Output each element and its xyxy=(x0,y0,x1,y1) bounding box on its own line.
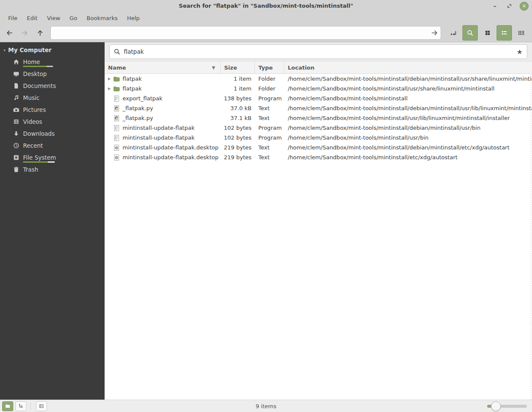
expander-icon[interactable]: ▶ xyxy=(108,87,113,91)
menu-bookmarks[interactable]: Bookmarks xyxy=(82,13,123,23)
forward-arrow-icon xyxy=(21,29,28,36)
file-type: Text xyxy=(255,103,284,113)
back-button[interactable] xyxy=(2,26,17,40)
file-location: /home/clem/Sandbox/mint-tools/mintinstal… xyxy=(288,76,532,82)
home-icon xyxy=(13,58,20,65)
restore-button[interactable] xyxy=(505,2,514,10)
table-row[interactable]: export_flatpak 138 bytes Program /home/c… xyxy=(105,94,532,103)
main-pane: ★ Name ▼ Size Type Location ▶flatpak 1 i… xyxy=(105,42,532,400)
file-name: mintinstall-update-flatpak.desktop xyxy=(123,154,219,161)
python-file-icon xyxy=(113,105,120,112)
column-header-name[interactable]: Name ▼ xyxy=(105,61,221,73)
compact-view-button[interactable] xyxy=(514,26,527,40)
sidebar-item-pictures[interactable]: Pictures xyxy=(0,104,105,116)
item-count: 9 items xyxy=(0,403,532,409)
file-size: 138 bytes xyxy=(221,94,255,103)
sidebar-item-desktop[interactable]: Desktop xyxy=(0,68,105,80)
sidebar-item-label: File System xyxy=(23,154,56,161)
file-name: mintinstall-update-flatpak.desktop xyxy=(123,144,219,151)
icon-view-button[interactable] xyxy=(481,26,494,40)
collapse-triangle-icon: ▾ xyxy=(3,48,6,53)
menu-view[interactable]: View xyxy=(42,13,65,23)
forward-button[interactable] xyxy=(17,26,32,40)
file-type: Program xyxy=(255,133,284,143)
file-type: Program xyxy=(255,94,284,103)
sidebar-item-trash[interactable]: Trash xyxy=(0,164,105,175)
file-size: 219 bytes xyxy=(221,152,255,162)
folder-icon xyxy=(113,76,120,82)
file-location: /home/clem/Sandbox/mint-tools/mintinstal… xyxy=(288,85,494,92)
minimize-button[interactable]: – xyxy=(491,2,499,10)
disk-usage-bar xyxy=(23,66,53,67)
sidebar-item-label: Videos xyxy=(23,118,42,125)
close-button[interactable]: ✕ xyxy=(520,2,529,11)
file-location: /home/clem/Sandbox/mint-tools/mintinstal… xyxy=(288,105,532,111)
table-row[interactable]: mintinstall-update-flatpak 102 bytes Pro… xyxy=(105,133,532,143)
sidebar-item-documents[interactable]: Documents xyxy=(0,80,105,92)
sidebar-item-home[interactable]: Home xyxy=(0,56,105,68)
expander-icon[interactable]: ▶ xyxy=(108,77,113,81)
file-type: Program xyxy=(255,123,284,133)
window-title: Search for "flatpak" in "Sandbox/mint-to… xyxy=(0,0,532,12)
up-button[interactable] xyxy=(32,26,48,40)
sidebar-item-label: Home xyxy=(23,58,40,65)
table-row[interactable]: ▶flatpak 1 item Folder /home/clem/Sandbo… xyxy=(105,74,532,84)
sidebar-item-music[interactable]: Music xyxy=(0,92,105,104)
search-input[interactable] xyxy=(123,48,512,56)
sort-descending-icon: ▼ xyxy=(212,65,215,70)
table-row[interactable]: mintinstall-update-flatpak 102 bytes Pro… xyxy=(105,123,532,133)
go-button[interactable] xyxy=(429,27,441,39)
titlebar[interactable]: Search for "flatpak" in "Sandbox/mint-to… xyxy=(0,0,532,12)
file-list[interactable]: ▶flatpak 1 item Folder /home/clem/Sandbo… xyxy=(105,74,532,400)
sidebar-item-label: Desktop xyxy=(23,70,47,77)
file-type: Text xyxy=(255,143,284,152)
sidebar-item-label: Trash xyxy=(23,166,38,173)
column-header-location[interactable]: Location xyxy=(284,61,532,73)
film-icon xyxy=(13,118,20,125)
menu-edit[interactable]: Edit xyxy=(22,13,42,23)
table-row[interactable]: ▶flatpak 1 item Folder /home/clem/Sandbo… xyxy=(105,84,532,94)
trash-icon xyxy=(13,166,20,173)
favorite-star-icon[interactable]: ★ xyxy=(517,48,523,56)
sidebar-item-file-system[interactable]: File System xyxy=(0,152,105,164)
search-toggle-button[interactable] xyxy=(462,25,478,41)
zoom-slider-track[interactable] xyxy=(487,405,527,408)
camera-icon xyxy=(13,106,20,113)
toggle-location-entry-button[interactable] xyxy=(447,26,460,40)
sidebar-item-recent[interactable]: Recent xyxy=(0,140,105,152)
table-row[interactable]: _flatpak.py 37.1 kB Text /home/clem/Sand… xyxy=(105,113,532,123)
file-size: 102 bytes xyxy=(221,133,255,143)
file-name: _flatpak.py xyxy=(123,105,153,111)
search-entry[interactable]: ★ xyxy=(109,44,527,59)
location-bar[interactable] xyxy=(50,26,441,40)
file-location: /home/clem/Sandbox/mint-tools/mintinstal… xyxy=(288,115,510,121)
music-note-icon xyxy=(13,94,20,101)
sidebar-item-videos[interactable]: Videos xyxy=(0,116,105,128)
menu-file[interactable]: File xyxy=(3,13,22,23)
table-row[interactable]: mintinstall-update-flatpak.desktop 219 b… xyxy=(105,143,532,152)
sidebar-item-label: Downloads xyxy=(23,130,55,137)
file-location: /home/clem/Sandbox/mint-tools/mintinstal… xyxy=(288,125,480,131)
file-name: mintinstall-update-flatpak xyxy=(123,134,195,141)
sidebar-item-downloads[interactable]: Downloads xyxy=(0,128,105,140)
file-size: 37.1 kB xyxy=(221,113,255,123)
list-view-button[interactable] xyxy=(497,25,512,41)
file-type: Text xyxy=(255,113,284,123)
zoom-slider[interactable] xyxy=(487,400,527,412)
icon-view-grid-icon xyxy=(484,29,491,36)
menu-go[interactable]: Go xyxy=(65,13,82,23)
sidebar-section-my-computer[interactable]: ▾ My Computer xyxy=(0,45,105,56)
search-bar-row: ★ xyxy=(105,42,532,61)
menu-help[interactable]: Help xyxy=(122,13,144,23)
sidebar-item-label: Pictures xyxy=(23,106,46,113)
column-header-type[interactable]: Type xyxy=(255,61,284,73)
table-row[interactable]: _flatpak.py 37.0 kB Text /home/clem/Sand… xyxy=(105,103,532,113)
file-name: _flatpak.py xyxy=(123,115,153,121)
location-input[interactable] xyxy=(51,30,429,36)
zoom-slider-handle[interactable] xyxy=(491,401,501,411)
column-header-size[interactable]: Size xyxy=(221,61,255,73)
statusbar: 9 items xyxy=(0,400,532,412)
search-icon xyxy=(114,48,120,55)
table-row[interactable]: mintinstall-update-flatpak.desktop 219 b… xyxy=(105,152,532,162)
file-location: /home/clem/Sandbox/mint-tools/mintinstal… xyxy=(288,95,408,102)
